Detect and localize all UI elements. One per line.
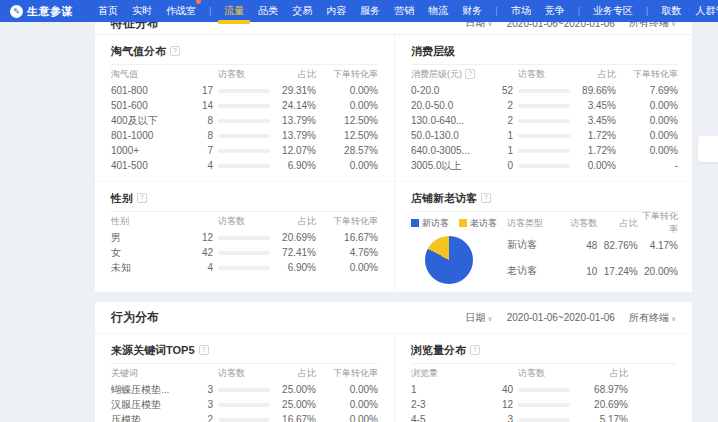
nav-item-物流[interactable]: 物流 <box>428 0 448 22</box>
cell-visitors: 1 <box>483 130 570 141</box>
nav-item-财务[interactable]: 财务 <box>462 0 482 22</box>
help-icon: ? <box>170 46 180 56</box>
cell-share: 13.79% <box>270 115 316 126</box>
cell-share: 72.41% <box>270 247 316 258</box>
visitor-count: 3 <box>183 399 213 410</box>
pageview-distribution-block: 浏览量分布?浏览量访客数占比14068.97%2-31220.69%4-535.… <box>394 334 692 422</box>
nav-item-内容[interactable]: 内容 <box>326 0 346 22</box>
column-header: 占比 <box>270 68 316 81</box>
bar-track <box>218 164 270 168</box>
table-header-row: 性别访客数占比下单转化率 <box>111 212 378 230</box>
nav-item-交易[interactable]: 交易 <box>292 0 312 22</box>
cell-conversion: 0.00% <box>316 160 378 171</box>
legend-item-新访客: 新访客 <box>411 217 449 230</box>
nav-item-品类[interactable]: 品类 <box>258 0 278 22</box>
legend-swatch-icon <box>459 219 467 227</box>
bar-track <box>218 251 270 255</box>
visitor-count: 2 <box>183 414 213 422</box>
cell-visitors: 4 <box>183 262 270 273</box>
cell-share: 6.90% <box>270 160 316 171</box>
subsection-title-text: 性别 <box>111 191 133 206</box>
subsection-title: 浏览量分布? <box>411 342 676 358</box>
content-area: 特征分布 日期∨ 2020-01-06~2020-01-06 所有终端∨ 淘气值… <box>95 22 692 422</box>
cell-visitors: 8 <box>183 115 270 126</box>
nav-item-服务[interactable]: 服务 <box>360 0 380 22</box>
cell-value: 48 <box>557 240 597 251</box>
table-row: 14068.97% <box>411 382 676 397</box>
cell-value: 4.17% <box>638 240 678 251</box>
cell-visitors: 3 <box>183 384 270 395</box>
date-type-select[interactable]: 日期∨ <box>466 22 493 30</box>
pie-legend-column: 新访客老访客 <box>411 214 507 284</box>
nav-item-取数[interactable]: 取数 <box>661 0 681 22</box>
nav-item-首页[interactable]: 首页 <box>98 0 118 22</box>
bar-track <box>518 134 570 138</box>
terminal-select[interactable]: 所有终端∨ <box>629 311 676 325</box>
scrollbar-thumb[interactable] <box>698 136 718 162</box>
nav-item-流量[interactable]: 流量 <box>224 0 244 22</box>
nav-divider: | <box>646 6 648 16</box>
nav-item-市场[interactable]: 市场 <box>511 0 531 22</box>
pie-area: 新访客老访客访客类型访客数占比下单转化率新访客4882.76%4.17%老访客1… <box>411 214 678 284</box>
nav-item-作战室[interactable]: 作战室 <box>166 0 196 22</box>
visitor-count: 14 <box>183 100 213 111</box>
bar-track <box>518 104 570 108</box>
bar-track <box>218 119 270 123</box>
cell-label: 400及以下 <box>111 114 183 128</box>
chart-legend: 新访客老访客 <box>411 214 507 232</box>
column-header: 访客数 <box>183 215 270 228</box>
bar-track <box>218 403 270 407</box>
visitor-pie-chart <box>425 236 473 284</box>
cell-share: 16.67% <box>270 414 316 422</box>
cell-share: 68.97% <box>570 384 628 395</box>
feature-section-header: 特征分布 日期∨ 2020-01-06~2020-01-06 所有终端∨ <box>95 22 692 35</box>
nav-item-竞争[interactable]: 竞争 <box>545 0 565 22</box>
cell-conversion: 0.00% <box>616 145 678 156</box>
legend-item-老访客: 老访客 <box>459 217 497 230</box>
date-type-select[interactable]: 日期∨ <box>466 311 493 325</box>
cell-conversion: 0.00% <box>616 100 678 111</box>
cell-conversion: 12.50% <box>316 130 378 141</box>
cell-label: 男 <box>111 231 183 245</box>
table-header-row: 浏览量访客数占比 <box>411 364 676 382</box>
cell-visitors: 7 <box>183 145 270 156</box>
notification-badge <box>196 0 201 4</box>
terminal-select[interactable]: 所有终端∨ <box>629 22 676 30</box>
cell-conversion: 0.00% <box>616 130 678 141</box>
cell-visitors: 1 <box>483 145 570 156</box>
column-header: 消费层级(元)? <box>411 68 483 81</box>
nav-item-人群管理[interactable]: 人群管理 <box>695 0 718 22</box>
cell-label: 1000+ <box>111 145 183 156</box>
column-header: 性别 <box>111 215 183 228</box>
nav-item-实时[interactable]: 实时 <box>132 0 152 22</box>
bar-track <box>518 89 570 93</box>
visitor-count: 1 <box>483 130 513 141</box>
terminal-label: 所有终端 <box>629 312 669 323</box>
cell-label: 50.0-130.0 <box>411 130 483 141</box>
feature-section-title: 特征分布 <box>111 22 159 32</box>
help-icon: ? <box>481 193 491 203</box>
bar-track <box>518 418 570 422</box>
date-range-picker[interactable]: 2020-01-06~2020-01-06 <box>507 22 615 29</box>
cell-share: 1.72% <box>570 145 616 156</box>
cell-visitors: 14 <box>183 100 270 111</box>
visitor-count: 40 <box>483 384 513 395</box>
cell-visitors: 3 <box>183 399 270 410</box>
nav-divider: | <box>578 6 580 16</box>
cell-share: 0.00% <box>570 160 616 171</box>
subsection-title-text: 浏览量分布 <box>411 343 466 358</box>
column-header: 占比 <box>597 217 637 230</box>
nav-item-营销[interactable]: 营销 <box>394 0 414 22</box>
visitor-count: 1 <box>483 145 513 156</box>
feature-distribution-section: 特征分布 日期∨ 2020-01-06~2020-01-06 所有终端∨ 淘气值… <box>95 22 692 292</box>
chevron-down-icon: ∨ <box>671 315 676 322</box>
app-brand[interactable]: ✎ 生意参谋 <box>10 4 73 19</box>
visitor-count: 4 <box>183 262 213 273</box>
table-header-row: 访客类型访客数占比下单转化率 <box>507 214 678 232</box>
bar-track <box>518 164 570 168</box>
column-header-text: 访客数 <box>218 68 245 81</box>
nav-item-业务专区[interactable]: 业务专区 <box>593 0 633 22</box>
cell-label: 401-500 <box>111 160 183 171</box>
bar-track <box>218 418 270 422</box>
date-range-picker[interactable]: 2020-01-06~2020-01-06 <box>507 312 615 323</box>
